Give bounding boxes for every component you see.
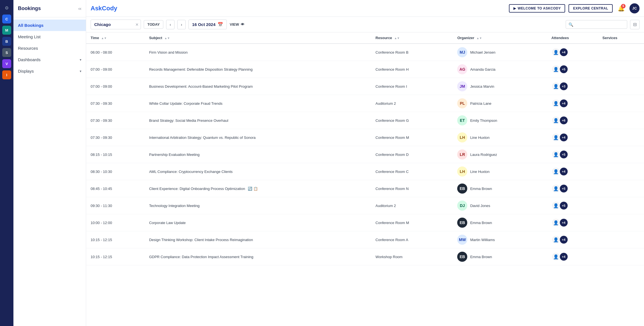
nav-icon-i[interactable]: I [2, 70, 11, 79]
nav-icon-b[interactable]: B [2, 37, 11, 46]
cell-subject: Client Experience: Digital Onboarding Pr… [145, 180, 371, 197]
sidebar-item-resources[interactable]: Resources [13, 42, 86, 54]
today-label: TODAY [147, 22, 160, 27]
cell-organizer: EBEmma Brown [453, 180, 547, 197]
organizer-avatar: LH [457, 132, 467, 142]
attendee-avatar: 👤 [551, 82, 560, 91]
cell-subject: AML Compliance: Cryptocurrency Exchange … [145, 163, 371, 180]
attendee-avatar: 👤 [551, 201, 560, 210]
welcome-button[interactable]: ▶ WELCOME TO ASKCODY [509, 4, 565, 13]
cell-resource: Workshop Room [371, 248, 453, 265]
attendee-count-badge: +4 [559, 48, 568, 57]
notification-badge: 6 [621, 4, 626, 8]
col-resource[interactable]: Resource ▲▼ [371, 32, 453, 44]
cell-services [598, 231, 644, 248]
calendar-icon[interactable]: 📅 [218, 22, 223, 27]
nav-icon-v[interactable]: V [2, 59, 11, 68]
cell-time: 08:15 - 10:15 [86, 146, 145, 163]
sidebar-nav: All Bookings Meeting List Resources Dash… [13, 17, 86, 79]
table-row[interactable]: 08:45 - 10:45Client Experience: Digital … [86, 180, 644, 197]
nav-icon-c[interactable]: C [2, 15, 11, 23]
cell-services [598, 44, 644, 61]
cell-attendees: 👤+5 [547, 180, 598, 197]
organizer-avatar: ET [457, 115, 467, 125]
cell-subject: White Collar Update: Corporate Fraud Tre… [145, 95, 371, 112]
col-time[interactable]: Time ▲▼ [86, 32, 145, 44]
table-row[interactable]: 10:00 - 12:00Corporate Law UpdateConfere… [86, 214, 644, 231]
cell-time: 10:15 - 12:15 [86, 231, 145, 248]
attendee-count-badge: +4 [559, 167, 568, 176]
col-organizer[interactable]: Organizer ▲▼ [453, 32, 547, 44]
cell-resource: Conference Room M [371, 214, 453, 231]
cell-time: 07:00 - 09:00 [86, 61, 145, 78]
sidebar-item-label: Dashboards [18, 57, 41, 62]
sidebar-item-all-bookings[interactable]: All Bookings [13, 20, 86, 31]
sidebar: Bookings ‹‹ All Bookings Meeting List Re… [13, 0, 86, 326]
attendee-count-badge: +5 [559, 201, 568, 210]
prev-date-button[interactable]: ‹ [166, 20, 174, 29]
settings-icon[interactable]: ⚙ [2, 3, 11, 12]
table-row[interactable]: 07:00 - 09:00Records Management: Defensi… [86, 61, 644, 78]
cell-organizer: JMJessica Marvin [453, 78, 547, 95]
next-date-button[interactable]: › [177, 20, 186, 29]
cell-organizer: LHLine Huxton [453, 129, 547, 146]
table-row[interactable]: 10:15 - 12:15Design Thinking Workshop: C… [86, 231, 644, 248]
explore-button[interactable]: EXPLORE CENTRAL [568, 4, 613, 13]
sidebar-item-meeting-list[interactable]: Meeting List [13, 31, 86, 42]
filter-icon-button[interactable]: ⊟ [630, 20, 640, 29]
sidebar-collapse-button[interactable]: ‹‹ [78, 6, 81, 11]
cell-attendees: 👤+4 [547, 44, 598, 61]
search-input[interactable] [566, 20, 627, 29]
sidebar-item-dashboards[interactable]: Dashboards ▾ [13, 54, 86, 65]
cell-resource: Conference Room A [371, 231, 453, 248]
view-button[interactable]: VIEW 👁 [230, 22, 244, 27]
user-avatar[interactable]: JC [629, 3, 640, 13]
today-button[interactable]: TODAY [144, 20, 163, 29]
location-input[interactable] [91, 20, 141, 29]
attendee-avatar: 👤 [551, 65, 560, 74]
notification-button[interactable]: 🔔 6 [616, 3, 626, 13]
table-row[interactable]: 07:00 - 09:00Business Development: Accou… [86, 78, 644, 95]
nav-icon-s[interactable]: S [2, 48, 11, 57]
col-subject[interactable]: Subject ▲▼ [145, 32, 371, 44]
cell-services [598, 214, 644, 231]
cell-services [598, 61, 644, 78]
organizer-avatar: EB [457, 218, 467, 228]
table-row[interactable]: 09:30 - 11:30Technology Integration Meet… [86, 197, 644, 214]
nav-icon-m[interactable]: M [2, 26, 11, 35]
table-row[interactable]: 06:00 - 08:00Firm Vision and MissionConf… [86, 44, 644, 61]
sort-icon: ▲▼ [164, 37, 170, 40]
sort-icon: ▲▼ [394, 37, 400, 40]
location-filter: ✕ [91, 20, 141, 29]
cell-attendees: 👤+4 [547, 163, 598, 180]
attendee-avatar: 👤 [551, 48, 560, 57]
organizer-avatar: LR [457, 149, 467, 160]
organizer-name: Michael Jensen [470, 50, 495, 54]
cell-subject: International Arbitration Strategy: Quan… [145, 129, 371, 146]
attendee-avatar: 👤 [551, 184, 560, 193]
attendee-avatar: 👤 [551, 252, 560, 261]
sidebar-item-displays[interactable]: Displays ▾ [13, 65, 86, 77]
cell-attendees: 👤+4 [547, 129, 598, 146]
cell-resource: Auditorium 2 [371, 197, 453, 214]
cell-organizer: EBEmma Brown [453, 248, 547, 265]
table-row[interactable]: 08:30 - 10:30AML Compliance: Cryptocurre… [86, 163, 644, 180]
cell-time: 09:30 - 11:30 [86, 197, 145, 214]
table-row[interactable]: 07:30 - 09:30White Collar Update: Corpor… [86, 95, 644, 112]
cell-attendees: 👤+6 [547, 112, 598, 129]
organizer-name: Emma Brown [470, 221, 492, 225]
organizer-avatar: MJ [457, 47, 467, 57]
topbar: AskCody ▶ WELCOME TO ASKCODY EXPLORE CEN… [86, 0, 644, 17]
cell-resource: Conference Room M [371, 129, 453, 146]
cell-organizer: MJMichael Jensen [453, 44, 547, 61]
table-row[interactable]: 07:30 - 09:30Brand Strategy: Social Medi… [86, 112, 644, 129]
attendee-count-badge: +4 [559, 252, 568, 261]
attendee-avatar: 👤 [551, 167, 560, 176]
cell-attendees: 👤+5 [547, 146, 598, 163]
organizer-name: Patricia Lane [470, 101, 491, 106]
table-row[interactable]: 08:15 - 10:15Partnership Evaluation Meet… [86, 146, 644, 163]
cell-resource: Conference Room C [371, 163, 453, 180]
location-clear-button[interactable]: ✕ [135, 22, 139, 27]
table-row[interactable]: 07:30 - 09:30International Arbitration S… [86, 129, 644, 146]
table-row[interactable]: 10:15 - 12:15GDPR Compliance: Data Prote… [86, 248, 644, 265]
